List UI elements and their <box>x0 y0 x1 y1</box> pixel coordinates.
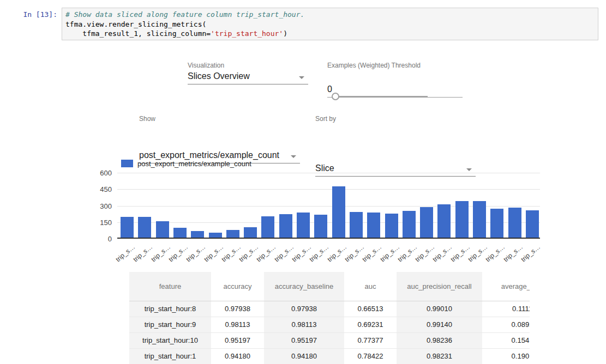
bar-19 <box>455 201 469 238</box>
threshold-slider[interactable] <box>332 92 428 101</box>
bar-5 <box>209 233 222 238</box>
metric-value-cell: 0.98113 <box>211 317 264 332</box>
table-row[interactable]: trip_start_hour:80.979380.979380.665130.… <box>129 301 530 317</box>
table-row[interactable]: trip_start_hour:10.941800.941800.784220.… <box>129 348 530 364</box>
bar-1 <box>138 217 151 238</box>
slider-handle[interactable] <box>332 93 339 100</box>
metric-value-cell: 0.98113 <box>264 317 344 332</box>
column-header-accuracy: accuracy <box>211 272 264 301</box>
threshold-label: Examples (Weighted) Threshold <box>327 62 421 69</box>
column-header-accuracy_baseline: accuracy_baseline <box>264 272 344 301</box>
y-axis-tick-label: 600 <box>82 169 112 177</box>
y-axis-tick-label: 150 <box>82 219 112 227</box>
metric-value-cell: 0.69231 <box>344 317 397 332</box>
code-text: # Show data sliced along feature column … <box>65 10 595 39</box>
chevron-down-icon <box>299 76 304 79</box>
metrics-table: featureaccuracyaccuracy_baselineaucauc_p… <box>129 272 530 364</box>
code-comment: # Show data sliced along feature column … <box>65 10 304 19</box>
metrics-table-container: featureaccuracyaccuracy_baselineaucauc_p… <box>129 272 530 364</box>
column-header-average_loss: average_loss <box>482 272 530 301</box>
metric-value-cell: 0.95197 <box>211 332 264 348</box>
y-axis-tick-label: 450 <box>82 185 112 193</box>
show-metric-dropdown-value: post_export_metrics/example_count <box>139 150 279 160</box>
legend-color-swatch <box>121 160 133 167</box>
metric-value-cell: 0.99140 <box>397 317 482 332</box>
code-line2: tfma.view.render_slicing_metrics( <box>65 20 206 28</box>
bar-chart-plot-area <box>117 173 540 239</box>
bar-18 <box>437 204 451 238</box>
metric-value-cell: 0.1541 <box>482 332 530 348</box>
bar-10 <box>297 213 310 238</box>
feature-cell: trip_start_hour:9 <box>129 317 211 332</box>
bar-16 <box>403 211 416 238</box>
metric-value-cell: 0.1901 <box>482 348 530 364</box>
gridline <box>117 173 540 173</box>
metric-value-cell: 0.94180 <box>264 348 344 364</box>
metric-value-cell: 0.77377 <box>344 332 397 348</box>
legend-label: post_export_metrics/example_count <box>137 160 251 168</box>
bar-0 <box>121 217 134 238</box>
bar-20 <box>473 201 486 238</box>
bar-8 <box>261 216 274 238</box>
chevron-down-icon <box>466 168 472 171</box>
visualization-dropdown[interactable]: Slices Overview <box>188 71 308 84</box>
bar-4 <box>191 231 204 238</box>
bar-23 <box>526 210 539 238</box>
column-header-feature: feature <box>129 272 211 301</box>
bar-3 <box>173 228 187 238</box>
bar-13 <box>350 212 363 238</box>
metric-value-cell: 0.94180 <box>211 348 264 364</box>
bar-7 <box>244 227 257 238</box>
bar-9 <box>279 214 292 238</box>
bar-14 <box>367 213 380 238</box>
visualization-label: Visualization <box>188 62 224 69</box>
y-axis-tick-label: 0 <box>82 235 112 243</box>
metric-value-cell: 0.99010 <box>397 301 482 317</box>
metric-value-cell: 0.98231 <box>397 348 482 364</box>
metric-value-cell: 0.97938 <box>211 301 264 317</box>
bar-2 <box>156 221 169 238</box>
bar-6 <box>226 230 239 238</box>
column-header-auc_precision_recall: auc_precision_recall <box>397 272 482 301</box>
code-line3-pre: tfma_result_1, slicing_column= <box>65 29 211 38</box>
table-row[interactable]: trip_start_hour:100.951970.951970.773770… <box>129 332 530 348</box>
metric-value-cell: 0.78422 <box>344 348 397 364</box>
metric-value-cell: 0.0892 <box>482 317 530 332</box>
table-row[interactable]: trip_start_hour:90.981130.981130.692310.… <box>129 317 530 332</box>
metric-value-cell: 0.98236 <box>397 332 482 348</box>
metric-value-cell: 0.97938 <box>264 301 344 317</box>
cell-input-prompt: In [13]: <box>20 10 57 19</box>
gridline <box>117 189 540 190</box>
code-line3-post: ) <box>283 29 287 38</box>
column-header-auc: auc <box>344 272 397 301</box>
bar-17 <box>420 207 433 238</box>
show-label: Show <box>139 115 155 123</box>
feature-cell: trip_start_hour:10 <box>129 332 211 348</box>
code-string-literal: 'trip_start_hour' <box>211 29 283 38</box>
feature-cell: trip_start_hour:1 <box>129 348 211 364</box>
bar-21 <box>490 209 503 238</box>
slider-track[interactable] <box>339 96 428 97</box>
sort-by-dropdown-value: Slice <box>315 163 334 173</box>
code-editor[interactable]: # Show data sliced along feature column … <box>62 8 598 40</box>
metric-value-cell: 0.66513 <box>344 301 397 317</box>
bar-22 <box>508 208 521 238</box>
bar-11 <box>314 215 327 238</box>
y-axis-tick-label: 300 <box>82 202 112 210</box>
bar-15 <box>385 214 398 238</box>
metric-value-cell: 0.1111 <box>482 301 530 317</box>
visualization-dropdown-value: Slices Overview <box>188 71 250 81</box>
bar-12 <box>332 186 345 238</box>
sort-by-label: Sort by <box>315 115 336 123</box>
table-header-row: featureaccuracyaccuracy_baselineaucauc_p… <box>129 272 530 301</box>
feature-cell: trip_start_hour:8 <box>129 301 211 317</box>
chevron-down-icon <box>291 155 296 158</box>
metric-value-cell: 0.95197 <box>264 332 344 348</box>
